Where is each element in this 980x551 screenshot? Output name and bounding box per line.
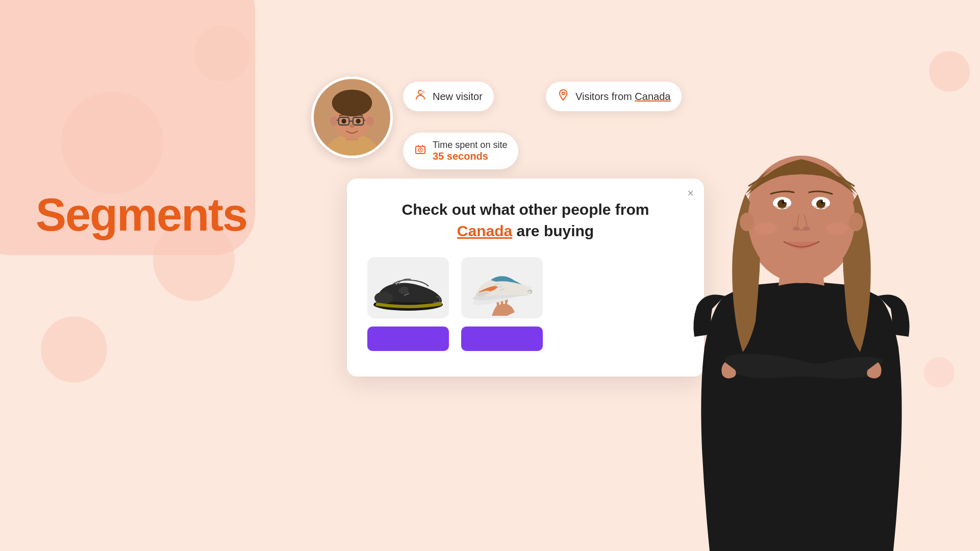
svg-point-40 <box>784 200 787 203</box>
svg-point-32 <box>740 213 754 231</box>
svg-point-41 <box>823 200 825 203</box>
location-icon <box>557 89 569 104</box>
svg-point-9 <box>358 96 370 108</box>
bg-circle-1 <box>61 92 163 194</box>
dark-sneaker-svg <box>367 260 449 316</box>
bg-circle-4 <box>194 26 250 82</box>
svg-point-18 <box>356 119 361 123</box>
bg-circle-3 <box>41 316 107 383</box>
colorful-sneaker-svg <box>461 257 543 318</box>
svg-point-24 <box>562 92 565 95</box>
popup-heading-highlight: Canada <box>457 222 512 239</box>
avatar <box>311 77 393 158</box>
svg-point-31 <box>748 158 855 281</box>
woman-photo <box>623 92 980 551</box>
svg-point-10 <box>330 116 338 126</box>
product-1 <box>367 257 449 351</box>
time-info: Time spent on site 35 seconds <box>433 140 507 162</box>
svg-point-33 <box>849 213 863 231</box>
product-card-2 <box>461 257 543 318</box>
product-2 <box>461 257 543 351</box>
clock-icon <box>414 143 426 159</box>
avatar-svg <box>314 77 390 158</box>
popup-heading-part1: Check out what other people from <box>401 201 649 218</box>
buy-button-2[interactable] <box>461 327 543 351</box>
svg-point-42 <box>793 227 800 231</box>
person-icon <box>414 89 426 104</box>
svg-point-43 <box>803 227 810 231</box>
segments-title: Segments <box>36 189 247 241</box>
svg-point-45 <box>826 222 848 235</box>
product-card-1 <box>367 257 449 318</box>
new-visitor-label: New visitor <box>433 91 483 103</box>
svg-point-44 <box>755 222 777 235</box>
woman-figure-svg <box>623 92 980 551</box>
svg-point-19 <box>349 124 354 128</box>
time-value: 35 seconds <box>433 151 507 162</box>
buy-button-1[interactable] <box>367 327 449 351</box>
new-visitor-pill: New visitor <box>403 82 494 111</box>
popup-heading-part2: are buying <box>517 222 594 239</box>
time-label: Time spent on site <box>433 140 507 151</box>
svg-point-17 <box>341 119 346 123</box>
time-spent-pill: Time spent on site 35 seconds <box>403 133 518 169</box>
svg-point-28 <box>374 292 393 304</box>
svg-point-11 <box>366 116 374 126</box>
